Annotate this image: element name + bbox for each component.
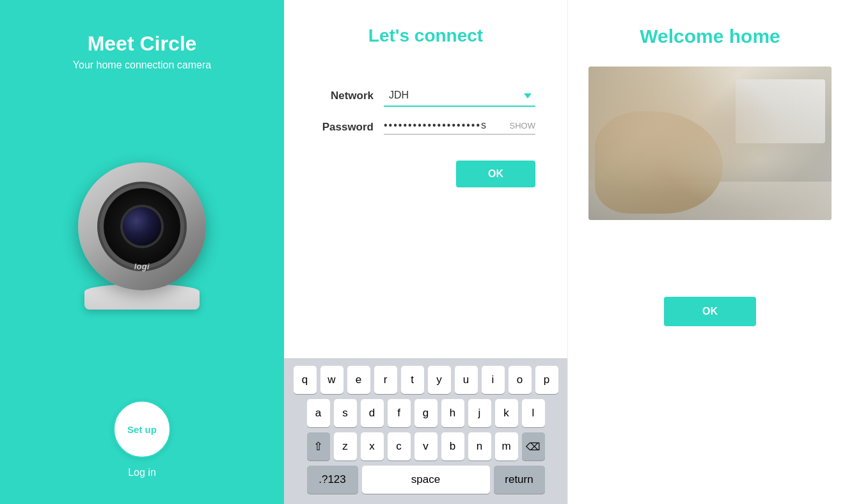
key-u[interactable]: u — [455, 366, 478, 394]
keyboard-row-1: q w e r t y u i o p — [287, 366, 565, 394]
ok-button-form[interactable]: OK — [456, 161, 535, 187]
password-row: Password ••••••••••••••••••••s SHOW — [316, 120, 535, 135]
key-h[interactable]: h — [441, 399, 464, 427]
key-m[interactable]: m — [495, 432, 518, 461]
setup-button-label: Set up — [127, 424, 157, 435]
key-f[interactable]: f — [388, 399, 411, 427]
key-z[interactable]: z — [334, 432, 357, 461]
key-w[interactable]: w — [320, 366, 343, 394]
show-password-button[interactable]: SHOW — [510, 121, 535, 130]
key-q[interactable]: q — [294, 366, 317, 394]
key-j[interactable]: j — [468, 399, 491, 427]
welcome-title: Welcome home — [640, 26, 780, 47]
network-label: Network — [316, 90, 374, 102]
keyboard: q w e r t y u i o p a s d f g h j k l ⇧ … — [284, 358, 567, 504]
key-c[interactable]: c — [388, 432, 411, 461]
camera-body: logi — [78, 162, 206, 290]
keyboard-row-4: .?123 space return — [287, 466, 565, 494]
key-n[interactable]: n — [468, 432, 491, 461]
keyboard-row-2: a s d f g h j k l — [287, 399, 565, 427]
space-key[interactable]: space — [362, 466, 490, 494]
camera-lens-inner — [123, 207, 161, 246]
login-link[interactable]: Log in — [128, 467, 156, 478]
key-t[interactable]: t — [401, 366, 424, 394]
key-s[interactable]: s — [334, 399, 357, 427]
ok-button-right[interactable]: OK — [664, 297, 756, 326]
key-i[interactable]: i — [482, 366, 505, 394]
numbers-key[interactable]: .?123 — [307, 466, 358, 494]
key-g[interactable]: g — [414, 399, 438, 427]
camera-wrapper: logi — [78, 162, 206, 310]
key-k[interactable]: k — [495, 399, 518, 427]
key-a[interactable]: a — [307, 399, 330, 427]
key-x[interactable]: x — [361, 432, 384, 461]
right-panel: Welcome home OK — [568, 0, 852, 504]
backspace-icon: ⌫ — [526, 441, 540, 453]
middle-panel: Let's connect Network JDH Password •••••… — [284, 0, 568, 504]
app-subtitle: Your home connection camera — [73, 59, 211, 71]
password-value: ••••••••••••••••••••s — [384, 120, 510, 131]
password-input-wrapper[interactable]: ••••••••••••••••••••s SHOW — [384, 120, 535, 135]
shift-icon: ⇧ — [313, 439, 323, 453]
left-header: Meet Circle Your home connection camera — [73, 32, 211, 71]
key-p[interactable]: p — [535, 366, 558, 394]
password-label: Password — [316, 121, 374, 134]
connect-title: Let's connect — [316, 26, 535, 46]
network-field-wrapper: JDH — [384, 84, 535, 107]
key-e[interactable]: e — [347, 366, 370, 394]
left-footer: Set up Log in — [113, 400, 171, 478]
key-d[interactable]: d — [361, 399, 384, 427]
key-r[interactable]: r — [374, 366, 397, 394]
key-y[interactable]: y — [428, 366, 451, 394]
key-b[interactable]: b — [441, 432, 464, 461]
backspace-key[interactable]: ⌫ — [522, 432, 545, 461]
feed-overlay — [588, 67, 832, 220]
network-select[interactable]: JDH — [384, 84, 535, 107]
setup-button[interactable]: Set up — [113, 400, 171, 458]
middle-top: Let's connect Network JDH Password •••••… — [284, 0, 567, 358]
shift-key[interactable]: ⇧ — [307, 432, 330, 461]
network-row: Network JDH — [316, 84, 535, 107]
password-field-wrapper: ••••••••••••••••••••s SHOW — [384, 120, 535, 135]
app-title: Meet Circle — [73, 32, 211, 56]
key-o[interactable]: o — [509, 366, 532, 394]
camera-feed — [588, 67, 832, 220]
keyboard-row-3: ⇧ z x c v b n m ⌫ — [287, 432, 565, 461]
camera-lens-outer — [104, 188, 180, 265]
return-key[interactable]: return — [494, 466, 545, 494]
camera-brand: logi — [134, 262, 150, 271]
key-v[interactable]: v — [414, 432, 438, 461]
left-panel: Meet Circle Your home connection camera … — [0, 0, 284, 504]
key-l[interactable]: l — [522, 399, 545, 427]
